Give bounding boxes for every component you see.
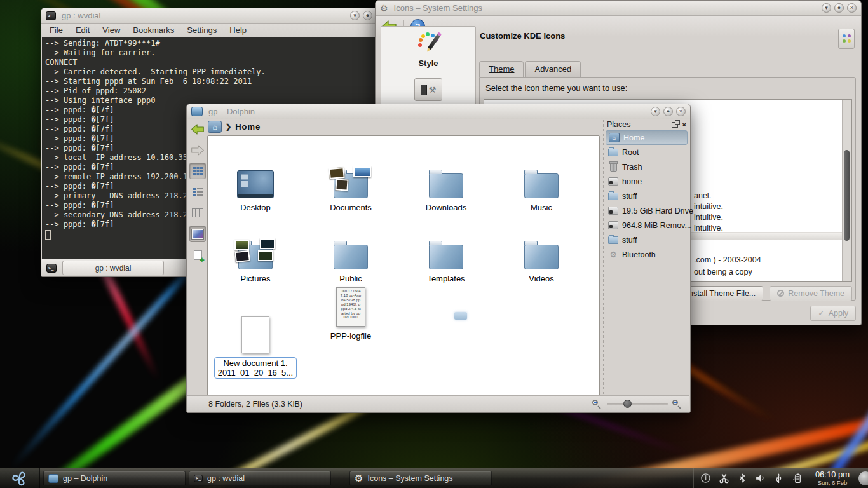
icons-view-icon bbox=[193, 167, 203, 175]
folder-item-pictures[interactable]: Pictures bbox=[238, 215, 273, 286]
sidebar-item-style[interactable]: Style bbox=[418, 58, 438, 68]
dolphin-titlebar[interactable]: gp – Dolphin ▾ ● × bbox=[187, 104, 690, 119]
minimize-button[interactable]: ▾ bbox=[651, 107, 660, 116]
trash-icon bbox=[610, 163, 617, 172]
places-label: home bbox=[622, 177, 642, 186]
folder-label: Desktop bbox=[240, 203, 271, 212]
selected-file-label: New document 1. 2011_01_20_16_5... bbox=[214, 357, 297, 379]
folder-label: Templates bbox=[427, 274, 465, 283]
places-item-stuff2[interactable]: stuff bbox=[606, 233, 688, 247]
kde-trefoil-icon bbox=[11, 470, 29, 487]
panel-cashew-icon[interactable] bbox=[858, 471, 868, 485]
float-panel-icon[interactable] bbox=[672, 122, 678, 128]
menu-edit[interactable]: Edit bbox=[76, 25, 90, 35]
clock-date: Sun, 6 Feb bbox=[809, 480, 856, 487]
menu-file[interactable]: File bbox=[50, 25, 63, 35]
close-button[interactable]: × bbox=[676, 107, 686, 116]
icons-view-button[interactable] bbox=[189, 163, 206, 179]
places-item-hard-drive[interactable]: 19.5 GiB Hard Drive bbox=[606, 203, 688, 218]
folder-icon bbox=[608, 193, 618, 200]
columns-view-button[interactable] bbox=[189, 205, 206, 221]
places-item-trash[interactable]: Trash bbox=[606, 159, 688, 174]
back-button[interactable] bbox=[189, 121, 206, 137]
klipper-icon[interactable] bbox=[719, 473, 729, 484]
settings-titlebar[interactable]: ⚙ Icons – System Settings ▾ ● × bbox=[376, 1, 861, 16]
scrollbar-thumb[interactable] bbox=[844, 150, 850, 241]
gear-icon: ⚙ bbox=[355, 473, 363, 483]
zoom-in-icon[interactable] bbox=[672, 399, 682, 409]
menu-help[interactable]: Help bbox=[229, 25, 247, 35]
folder-view[interactable]: Desktop Documents Downloads Music bbox=[207, 135, 600, 396]
places-item-home[interactable]: ⌂ Home bbox=[606, 130, 688, 145]
task-system-settings[interactable]: ⚙ Icons – System Settings bbox=[349, 471, 492, 486]
battery-icon[interactable] bbox=[792, 473, 803, 484]
maximize-button[interactable]: ● bbox=[663, 107, 673, 116]
forward-button[interactable] bbox=[189, 142, 206, 158]
places-item-removable[interactable]: 964.8 MiB Remov... bbox=[606, 218, 688, 233]
zoom-out-icon[interactable] bbox=[592, 399, 602, 409]
zoom-slider[interactable] bbox=[607, 403, 668, 405]
maximize-button[interactable]: ● bbox=[834, 3, 844, 13]
close-panel-icon[interactable]: × bbox=[682, 121, 686, 128]
menu-view[interactable]: View bbox=[102, 25, 120, 35]
places-label: 964.8 MiB Remov... bbox=[622, 221, 691, 230]
file-item-ppp-logfile[interactable]: Jan 17 09:4 7:18 gp-Asp ire-5738 pp pd[1… bbox=[330, 286, 371, 381]
konsole-menubar: File Edit View Bookmarks Settings Help bbox=[41, 24, 390, 37]
remove-theme-button[interactable]: Remove Theme bbox=[770, 286, 852, 301]
volume-icon[interactable] bbox=[755, 473, 766, 484]
tab-advanced[interactable]: Advanced bbox=[525, 61, 581, 77]
usb-device-icon[interactable] bbox=[773, 473, 784, 484]
preview-button[interactable] bbox=[189, 226, 206, 242]
folder-item-documents[interactable]: Documents bbox=[330, 144, 372, 215]
bluetooth-icon[interactable] bbox=[737, 473, 747, 484]
folder-item-public[interactable]: Public bbox=[334, 215, 368, 286]
places-item-home-partition[interactable]: home bbox=[606, 174, 688, 189]
theme-list-text: intuitive. bbox=[694, 224, 723, 233]
overview-dots-button[interactable] bbox=[838, 29, 855, 49]
theme-prompt: Select the icon theme you want to use: bbox=[480, 78, 855, 93]
sidebar-item-hardware[interactable]: ⚒ bbox=[414, 78, 442, 101]
launcher-button[interactable] bbox=[0, 468, 40, 488]
konsole-titlebar[interactable]: >_ gp : wvdial ▾ ● × bbox=[41, 8, 390, 24]
theme-list-text: intuitive. bbox=[694, 213, 723, 222]
folder-item-music[interactable]: Music bbox=[524, 144, 559, 215]
task-wvdial[interactable]: >_ gp : wvdial bbox=[189, 471, 331, 486]
preview-icon bbox=[192, 229, 203, 239]
scrollbar[interactable] bbox=[842, 100, 851, 281]
file-item-new-document[interactable]: New document 1. 2011_01_20_16_5... bbox=[214, 286, 297, 381]
places-item-bluetooth[interactable]: ⚙ Bluetooth bbox=[606, 247, 688, 262]
home-icon[interactable]: ⌂ bbox=[208, 121, 222, 133]
folder-icon bbox=[524, 245, 559, 269]
notifications-icon[interactable] bbox=[700, 473, 711, 484]
folder-item-templates[interactable]: Templates bbox=[427, 215, 465, 286]
clock[interactable]: 06:10 pm Sun, 6 Feb bbox=[809, 470, 856, 487]
folder-item-videos[interactable]: Videos bbox=[524, 215, 559, 286]
places-item-stuff[interactable]: stuff bbox=[606, 189, 688, 203]
folder-label: Pictures bbox=[241, 274, 271, 283]
clock-time: 06:10 pm bbox=[809, 470, 856, 480]
places-panel: Places × ⌂ Home Root Trash home bbox=[603, 119, 688, 396]
zoom-slider-handle[interactable] bbox=[623, 400, 632, 408]
menu-settings[interactable]: Settings bbox=[187, 25, 217, 35]
folder-item-downloads[interactable]: Downloads bbox=[426, 144, 466, 215]
folder-item-desktop[interactable]: Desktop bbox=[237, 144, 274, 215]
task-dolphin[interactable]: gp – Dolphin bbox=[43, 471, 186, 486]
breadcrumb-home[interactable]: Home bbox=[235, 122, 261, 132]
menu-bookmarks[interactable]: Bookmarks bbox=[133, 25, 174, 35]
drive-icon bbox=[608, 221, 618, 229]
close-button[interactable]: × bbox=[847, 3, 857, 13]
settings-tabs: Theme Advanced bbox=[479, 61, 581, 77]
tab-theme[interactable]: Theme bbox=[479, 61, 524, 77]
konsole-tab[interactable]: gp : wvdial bbox=[62, 261, 164, 275]
new-tab-button[interactable]: >_ bbox=[44, 261, 59, 275]
apply-button[interactable]: ✓ Apply bbox=[810, 306, 856, 321]
maximize-button[interactable]: ● bbox=[363, 11, 372, 20]
documents-folder-icon bbox=[334, 173, 368, 198]
places-label: stuff bbox=[622, 192, 637, 201]
minimize-button[interactable]: ▾ bbox=[350, 11, 360, 20]
dolphin-icon bbox=[48, 474, 58, 483]
split-view-button[interactable]: + bbox=[189, 247, 206, 263]
minimize-button[interactable]: ▾ bbox=[822, 3, 831, 13]
places-item-root[interactable]: Root bbox=[606, 145, 688, 159]
details-view-button[interactable] bbox=[189, 184, 206, 200]
